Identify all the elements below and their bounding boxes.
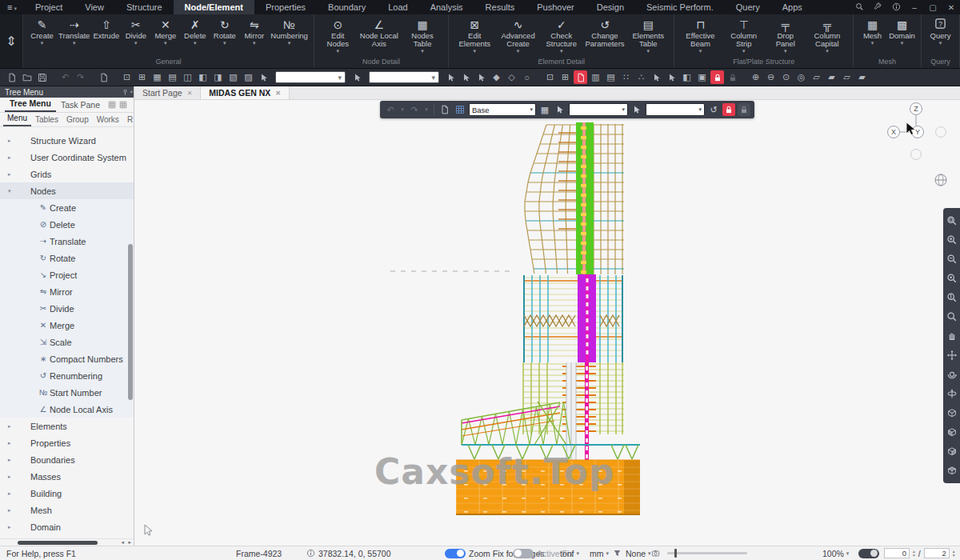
page-stepper[interactable]: ▴▾	[913, 550, 915, 558]
query-button[interactable]: Query▾	[926, 17, 955, 47]
zoom-level-select[interactable]: 100%▾	[822, 546, 849, 560]
select-all-icon[interactable]: ◆	[490, 70, 503, 84]
snapshot-icon[interactable]	[651, 546, 660, 560]
tree-item-user-coordinate-system[interactable]: ▸User Coordinate System	[0, 149, 134, 166]
translate-button[interactable]: ⇢Translate▾	[57, 17, 91, 47]
tree-item-mirror[interactable]: ⇋Mirror	[0, 283, 134, 300]
panel-tab-task-pane[interactable]: Task Pane	[56, 98, 105, 112]
globe-icon[interactable]	[935, 174, 946, 186]
plane-view-icon[interactable]: ◧	[680, 70, 694, 84]
menu-node-element[interactable]: Node/Element	[174, 0, 254, 14]
delete-button[interactable]: ✗Delete▾	[180, 17, 210, 47]
slider-thumb[interactable]	[674, 549, 677, 558]
select-filter-icon[interactable]: ▨	[242, 70, 255, 84]
drop-panel-button[interactable]: ╤Drop Panel▾	[766, 17, 806, 55]
tree-item-grids[interactable]: ▸Grids	[0, 166, 134, 182]
tree-item-domain[interactable]: ▸Domain	[0, 518, 134, 535]
unselect-icon[interactable]	[474, 70, 488, 84]
force-unit-select[interactable]: tonf▾	[560, 546, 579, 560]
tree-item-properties[interactable]: ▸Properties	[0, 434, 134, 451]
window2-icon[interactable]: ▰	[825, 70, 838, 84]
divide-button[interactable]: ✂Divide▾	[121, 17, 150, 47]
column-capital-button[interactable]: ╦Column Capital▾	[806, 17, 849, 55]
subtab-menu[interactable]: Menu	[3, 112, 31, 126]
minimize-button[interactable]: –	[909, 3, 920, 12]
menu-properties[interactable]: Properties	[254, 0, 317, 14]
tree-item-start-number[interactable]: №Start Number	[0, 384, 134, 401]
redo-icon[interactable]: ↷	[408, 103, 421, 116]
page-total-field[interactable]: 2	[924, 548, 950, 558]
select-single-icon[interactable]	[444, 70, 458, 84]
lock-active-icon[interactable]	[722, 103, 735, 116]
refresh-icon[interactable]: ↺	[707, 103, 720, 116]
window4-icon[interactable]: ▰	[855, 70, 869, 84]
tree-hscrollbar[interactable]: ◂ ▸	[0, 538, 134, 546]
dock-layout2-icon[interactable]	[119, 101, 127, 109]
tree-item-nodes[interactable]: ▾Nodes	[0, 182, 134, 199]
extrude-button[interactable]: ⇧Extrude	[91, 17, 121, 47]
help-icon[interactable]	[890, 2, 902, 13]
node-dots-icon[interactable]: ∷	[619, 70, 633, 84]
maximize-button[interactable]: ▢	[927, 3, 938, 12]
export-doc-icon[interactable]	[97, 70, 110, 84]
undo-icon[interactable]: ↶	[58, 70, 72, 84]
page-total-stepper[interactable]: ▴▾	[953, 550, 955, 558]
merge-button[interactable]: ✕Merge▾	[150, 17, 180, 47]
filter-icon[interactable]	[613, 546, 622, 560]
zoom-in-icon[interactable]: ⊕	[749, 70, 762, 84]
page-current-field[interactable]: 0	[884, 548, 910, 558]
edit-nodes-button[interactable]: ⊙Edit Nodes▾	[318, 17, 358, 55]
zoom-out-icon[interactable]	[945, 250, 958, 269]
tree-item-delete[interactable]: ⊘Delete	[0, 216, 134, 233]
close-tab-icon[interactable]: ✕	[187, 90, 193, 97]
zoom-fix-toggle[interactable]	[445, 549, 466, 558]
select-poly-icon[interactable]	[459, 70, 473, 84]
top-view-icon[interactable]	[945, 461, 958, 480]
new-file-icon[interactable]	[5, 70, 18, 84]
select-cursor-icon[interactable]	[554, 103, 566, 116]
zoom-fit-icon[interactable]	[945, 269, 958, 288]
zoom-previous-icon[interactable]	[945, 307, 958, 326]
tree-item-scale[interactable]: ⇲Scale	[0, 334, 134, 350]
element-dots-icon[interactable]: ∴	[634, 70, 648, 84]
named-plane-icon[interactable]: ▦	[538, 103, 551, 116]
filter-select[interactable]: None▾	[626, 546, 651, 560]
scroll-left-icon[interactable]: ◂	[121, 539, 124, 546]
rotate-button[interactable]: ↻Rotate▾	[210, 17, 239, 47]
undo-caret-icon[interactable]: ▾	[399, 103, 406, 116]
side-view-icon[interactable]	[945, 442, 958, 461]
select-grid-cursor-icon[interactable]	[630, 103, 643, 116]
zoom-window-icon[interactable]	[945, 211, 958, 230]
axis-y-label[interactable]: Y	[915, 128, 920, 136]
menu-design[interactable]: Design	[586, 0, 635, 14]
move-view-icon[interactable]	[945, 346, 958, 365]
scroll-up-icon[interactable]: ▴	[130, 88, 133, 94]
tree-item-structure-wizard[interactable]: ▸Structure Wizard	[0, 132, 134, 149]
tree-item-building[interactable]: ▸Building	[0, 485, 134, 502]
search-icon[interactable]	[854, 2, 865, 13]
select-identity-icon[interactable]: ⊡	[120, 70, 134, 84]
display-option-icon[interactable]: ▤	[604, 70, 618, 84]
tree-item-create[interactable]: ✎Create	[0, 199, 134, 216]
zoom-window-icon[interactable]: ⊙	[779, 70, 793, 84]
menu-seismic-perform[interactable]: Seismic Perform.	[635, 0, 725, 14]
active-fix-toggle[interactable]	[513, 549, 534, 558]
check-structure-button[interactable]: ✓Check Structure▾	[540, 17, 583, 55]
display-icon[interactable]: ▥	[589, 70, 602, 84]
select-id-combo[interactable]: ▾	[275, 71, 346, 83]
tree-item-renumbering[interactable]: ↺Renumbering	[0, 367, 134, 384]
render-slider[interactable]	[667, 546, 747, 560]
domain-button[interactable]: ▩Domain▾	[887, 17, 917, 47]
nodes-table-button[interactable]: ▦Nodes Table▾	[401, 17, 444, 55]
zoom-dynamic-icon[interactable]	[945, 288, 958, 307]
window1-icon[interactable]: ▱	[810, 70, 823, 84]
tree-item-masses[interactable]: ▸Masses	[0, 468, 134, 485]
stage-grid-icon[interactable]	[454, 103, 466, 116]
select-change-icon[interactable]: ▤	[166, 70, 179, 84]
mesh-button[interactable]: ▦Mesh▾	[858, 17, 887, 47]
create-button[interactable]: ✎Create▾	[27, 17, 57, 47]
numbering-button[interactable]: №Numbering▾	[269, 17, 309, 47]
open-file-icon[interactable]	[20, 70, 34, 84]
tab-start-page[interactable]: Start Page✕	[134, 86, 201, 99]
zoom-out-icon[interactable]: ⊖	[764, 70, 778, 84]
